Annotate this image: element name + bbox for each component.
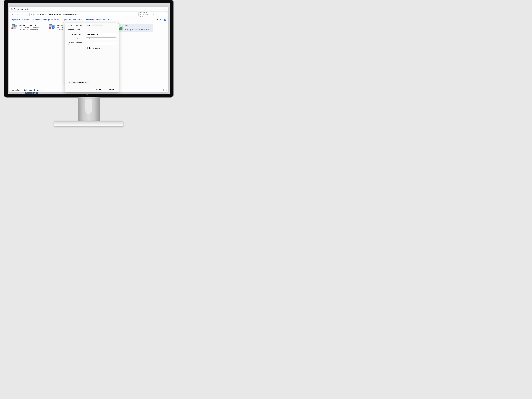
- ssid-name-blurred: [92, 25, 103, 26]
- status-item-count: 4 elementos: [11, 89, 19, 91]
- preview-pane-icon[interactable]: [160, 19, 162, 21]
- search-input[interactable]: Buscar en Conexiones de red 🔍: [139, 12, 167, 17]
- nav-forward-button[interactable]: →: [15, 12, 19, 17]
- dialog-close-button[interactable]: ✕: [113, 24, 117, 27]
- svg-rect-3: [31, 14, 32, 14]
- dialog-title: Propiedades de la red inalámbrica: [66, 25, 113, 27]
- minimize-button[interactable]: ─: [149, 7, 155, 11]
- close-button[interactable]: ✕: [161, 7, 167, 11]
- maximize-button[interactable]: ▢: [155, 7, 161, 11]
- connection-item-lan[interactable]: ✖ Conexión de área local Cable de red de…: [11, 24, 47, 32]
- bluetooth-icon: ✖: [49, 24, 55, 30]
- label-encryption-type: Tipo de cifrado:: [68, 38, 86, 40]
- nav-back-button[interactable]: ←: [11, 12, 15, 17]
- show-characters-checkbox[interactable]: [86, 47, 88, 49]
- view-tiles-icon[interactable]: [165, 89, 167, 91]
- disconnected-x-icon: ✖: [49, 27, 51, 29]
- connection-title: Wi-Fi: [125, 24, 150, 26]
- wireless-properties-dialog: Propiedades de la red inalámbrica ✕ Cone…: [65, 23, 119, 92]
- toolbar-diagnose[interactable]: Diagnosticar esta conexión: [62, 19, 82, 21]
- cancel-button[interactable]: Cancelar: [105, 88, 117, 91]
- address-bar[interactable]: › Panel de control › Redes e Internet › …: [29, 12, 139, 17]
- connection-item-wifi[interactable]: Wi-Fi Intel(R) Wi-Fi 6E AX211 160MHz: [117, 24, 153, 32]
- network-icon: [11, 8, 13, 10]
- nav-recent-button[interactable]: ⌄: [20, 12, 24, 17]
- status-selected-count: 1 elemento seleccionado: [24, 89, 42, 91]
- connection-adapter: Bluetooth: [57, 29, 63, 31]
- connection-status: Cable de red desconectado: [19, 27, 39, 29]
- search-icon: 🔍: [153, 13, 165, 15]
- taskbar-item-accessibility[interactable]: Accesibilidad: [25, 92, 38, 94]
- advanced-settings-button[interactable]: Configuración avanzada: [68, 81, 89, 84]
- breadcrumb-mid[interactable]: Redes e Internet: [49, 13, 61, 15]
- breadcrumb-root[interactable]: Panel de control: [34, 13, 47, 15]
- connection-adapter: Intel(R) Wi-Fi 6E AX211 160MHz: [125, 29, 150, 31]
- svg-rect-1: [12, 9, 13, 9]
- connection-title: Conexión de área local: [19, 24, 39, 26]
- toolbar-organize[interactable]: Organizar ▾: [11, 19, 20, 21]
- connection-item-bluetooth[interactable]: ✖ Conexión No conec Bluetooth: [49, 24, 65, 32]
- tab-security[interactable]: Seguridad: [76, 28, 86, 31]
- encryption-type-select[interactable]: AES: [86, 38, 116, 40]
- view-details-icon[interactable]: [163, 89, 165, 91]
- wifi-icon: [118, 24, 124, 30]
- search-placeholder: Buscar en Conexiones de red: [140, 12, 153, 17]
- connection-status: No conec: [57, 27, 63, 29]
- toolbar-overflow[interactable]: »: [114, 19, 115, 21]
- view-options-icon[interactable]: ▫▫▾: [156, 19, 158, 21]
- help-icon[interactable]: ?: [164, 19, 166, 21]
- breadcrumb-icon: [30, 13, 32, 15]
- toolbar-connect-to[interactable]: Conectar a: [22, 19, 31, 21]
- connection-title: Conexión: [57, 24, 63, 26]
- label-security-type: Tipo de seguridad:: [68, 33, 86, 35]
- svg-rect-2: [31, 13, 31, 14]
- connection-adapter: TAP-Windows Adapter V9: [19, 29, 39, 31]
- disconnected-x-icon: ✖: [11, 27, 14, 29]
- tab-connection[interactable]: Conexión: [66, 28, 76, 31]
- connection-ssid: [125, 27, 150, 29]
- window-titlebar: Conexiones de red ─ ▢ ✕: [9, 7, 168, 12]
- toolbar-disable-device[interactable]: Deshabilitar este dispositivo de red: [33, 19, 59, 21]
- address-dropdown-icon[interactable]: ⌄: [134, 13, 135, 15]
- ethernet-icon: ✖: [12, 24, 18, 30]
- security-key-input[interactable]: ●●●●●●●●●●: [86, 42, 116, 45]
- ok-button[interactable]: Aceptar: [93, 88, 104, 91]
- breadcrumb-leaf[interactable]: Conexiones de red: [63, 13, 77, 15]
- security-type-select[interactable]: WPA2-Personal: [86, 33, 116, 36]
- nav-up-button[interactable]: ↑: [25, 12, 29, 17]
- monitor-brand-logo: DELL: [85, 93, 93, 96]
- refresh-button[interactable]: ⟳: [136, 13, 138, 15]
- label-security-key: Clave de seguridad de red: [68, 42, 86, 46]
- toolbar-rename[interactable]: Cambiar el nombre de esta conexión: [85, 19, 112, 21]
- label-show-characters: Mostrar caracteres: [89, 47, 102, 49]
- window-title: Conexiones de red: [14, 8, 149, 10]
- svg-rect-0: [11, 8, 12, 9]
